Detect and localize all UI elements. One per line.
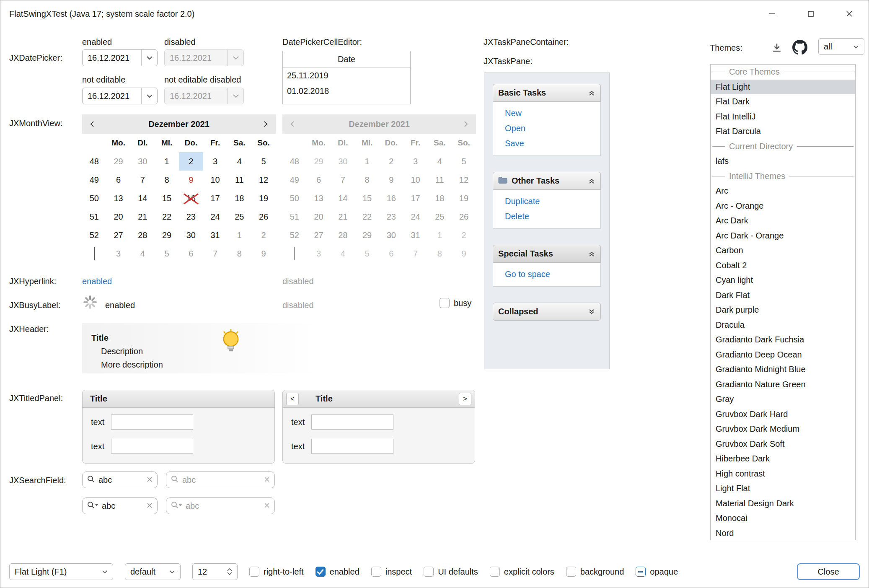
collapse-icon[interactable]: [588, 89, 595, 97]
search-field-with-menu-prompt[interactable]: abc: [166, 497, 275, 514]
laf-combobox[interactable]: Flat Light (F1): [9, 563, 113, 580]
option-checkbox-row[interactable]: enabled: [316, 567, 359, 577]
github-button[interactable]: [792, 40, 807, 55]
clear-icon[interactable]: [146, 501, 153, 511]
calendar-cell[interactable]: 5: [251, 152, 276, 171]
calendar-cell[interactable]: 1: [155, 152, 179, 171]
checkbox[interactable]: [566, 567, 576, 577]
date-table[interactable]: Date 25.11.201901.02.2018: [282, 51, 411, 104]
calendar-cell[interactable]: 3: [106, 244, 131, 263]
calendar-cell[interactable]: 29: [155, 226, 179, 244]
calendar-cell[interactable]: [82, 244, 106, 263]
task-link[interactable]: Open: [505, 123, 600, 134]
theme-item[interactable]: Flat Light: [711, 80, 855, 95]
calendar-cell[interactable]: 13: [106, 189, 131, 207]
theme-item[interactable]: Monocai: [711, 511, 855, 526]
calendar-cell[interactable]: 12: [251, 171, 276, 189]
theme-item[interactable]: High contrast: [711, 466, 855, 482]
calendar-cell[interactable]: 19: [251, 189, 276, 207]
calendar-cell[interactable]: 7: [203, 244, 228, 263]
calendar-cell[interactable]: 28: [131, 226, 155, 244]
theme-item[interactable]: Flat IntelliJ: [711, 109, 855, 124]
prev-month-button[interactable]: [82, 120, 103, 128]
calendar-cell[interactable]: 9: [251, 244, 276, 263]
text-input[interactable]: [311, 414, 393, 430]
download-button[interactable]: [771, 41, 783, 54]
search-field[interactable]: abc: [82, 471, 158, 488]
calendar-cell[interactable]: 51: [82, 207, 106, 226]
calendar-cell[interactable]: 7: [131, 171, 155, 189]
minimize-button[interactable]: [753, 0, 791, 27]
datepicker-dropdown-button[interactable]: [141, 50, 157, 66]
calendar-cell[interactable]: 6: [106, 171, 131, 189]
theme-item[interactable]: Material Design Dark: [711, 496, 855, 511]
search-field-with-menu[interactable]: abc: [82, 497, 158, 514]
taskpane-header[interactable]: Collapsed: [493, 303, 601, 321]
date-table-row[interactable]: 01.02.2018: [283, 83, 410, 99]
themes-list[interactable]: Core ThemesFlat LightFlat DarkFlat Intel…: [710, 64, 856, 540]
calendar-cell[interactable]: 8: [155, 171, 179, 189]
calendar-cell[interactable]: 48: [82, 152, 106, 171]
theme-item[interactable]: Gradianto Nature Green: [711, 377, 855, 392]
theme-item[interactable]: Light Flat: [711, 481, 855, 496]
calendar-cell[interactable]: 20: [106, 207, 131, 226]
close-window-button[interactable]: [830, 0, 869, 27]
calendar-cell[interactable]: 29: [106, 152, 131, 171]
theme-item[interactable]: Dark purple: [711, 303, 855, 318]
calendar-cell[interactable]: 49: [82, 171, 106, 189]
calendar-cell[interactable]: 16: [179, 189, 203, 207]
text-input[interactable]: [111, 414, 193, 430]
theme-item[interactable]: Cobalt 2: [711, 258, 855, 273]
datepicker-enabled[interactable]: 16.12.2021: [82, 49, 158, 66]
collapse-icon[interactable]: [588, 177, 595, 185]
calendar-cell[interactable]: 10: [203, 171, 228, 189]
calendar-cell[interactable]: 14: [131, 189, 155, 207]
calendar-cell[interactable]: 3: [203, 152, 228, 171]
option-checkbox-row[interactable]: inspect: [371, 567, 412, 577]
calendar-cell[interactable]: 4: [131, 244, 155, 263]
theme-item[interactable]: Arc: [711, 184, 855, 199]
calendar-cell[interactable]: 15: [155, 189, 179, 207]
calendar-cell[interactable]: 26: [251, 207, 276, 226]
theme-item[interactable]: Gruvbox Dark Hard: [711, 407, 855, 422]
calendar-cell[interactable]: 6: [179, 244, 203, 263]
calendar-cell[interactable]: 27: [106, 226, 131, 244]
checkbox[interactable]: [424, 567, 434, 577]
theme-item[interactable]: Gradianto Deep Ocean: [711, 347, 855, 363]
theme-item[interactable]: Flat Darcula: [711, 124, 855, 139]
theme-item[interactable]: Gruvbox Dark Medium: [711, 422, 855, 437]
calendar-cell[interactable]: 31: [203, 226, 228, 244]
themes-filter-combobox[interactable]: all: [818, 38, 864, 55]
calendar-cell[interactable]: 25: [228, 207, 252, 226]
taskpane-header[interactable]: Other Tasks: [493, 172, 601, 190]
expand-icon[interactable]: [588, 308, 595, 316]
calendar-cell[interactable]: 21: [131, 207, 155, 226]
theme-item[interactable]: Gruvbox Dark Soft: [711, 437, 855, 452]
theme-item[interactable]: Flat Dark: [711, 94, 855, 109]
calendar-cell[interactable]: 30: [179, 226, 203, 244]
text-input[interactable]: [311, 439, 393, 454]
calendar-cell[interactable]: 5: [155, 244, 179, 263]
calendar-cell[interactable]: 2: [251, 226, 276, 244]
search-value[interactable]: abc: [186, 501, 260, 511]
theme-item[interactable]: Arc - Orange: [711, 199, 855, 214]
clear-icon[interactable]: [264, 475, 270, 485]
option-checkbox-row[interactable]: background: [566, 567, 624, 577]
theme-item[interactable]: Gray: [711, 392, 855, 407]
task-link[interactable]: Duplicate: [505, 196, 600, 207]
theme-item[interactable]: Dracula: [711, 318, 855, 333]
spinner-arrows[interactable]: [227, 568, 232, 575]
theme-item[interactable]: Carbon: [711, 243, 855, 258]
search-value[interactable]: abc: [102, 501, 143, 511]
taskpane-header[interactable]: Basic Tasks: [493, 84, 601, 102]
search-menu-icon[interactable]: [171, 501, 182, 511]
task-link[interactable]: Go to space: [505, 269, 600, 280]
calendar-cell[interactable]: 11: [228, 171, 252, 189]
theme-item[interactable]: Cyan light: [711, 273, 855, 288]
calendar-cell[interactable]: 30: [131, 152, 155, 171]
taskpane-header[interactable]: Special Tasks: [493, 245, 601, 263]
datepicker-not-editable[interactable]: 16.12.2021: [82, 88, 158, 104]
theme-item[interactable]: Nord: [711, 526, 855, 541]
calendar-cell[interactable]: 4: [228, 152, 252, 171]
search-menu-icon[interactable]: [87, 501, 98, 511]
